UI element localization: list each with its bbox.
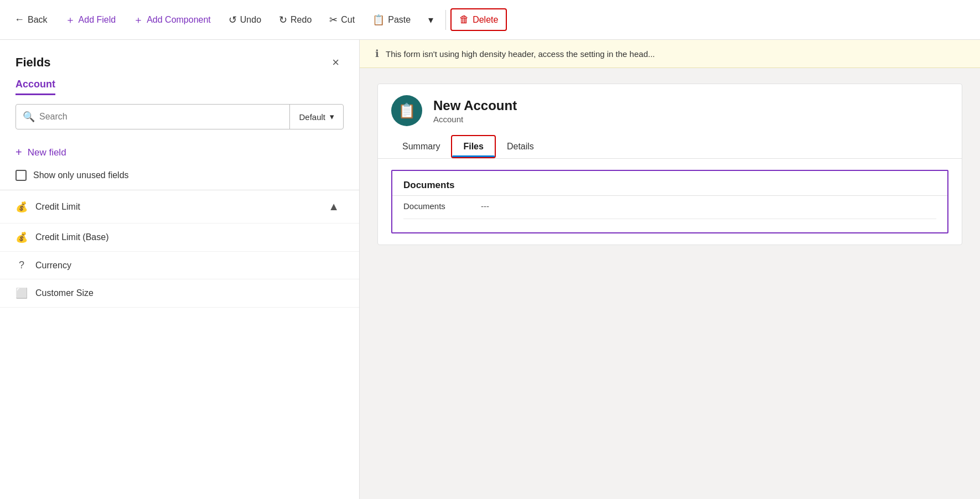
undo-icon: ↺ (229, 14, 237, 26)
unused-fields-label: Show only unused fields (33, 170, 129, 180)
new-field-button[interactable]: + New field (0, 141, 359, 164)
field-item[interactable]: ⬜ Customer Size (0, 279, 359, 308)
undo-button[interactable]: ↺ Undo (221, 9, 269, 30)
documents-title: Documents (392, 171, 947, 195)
cut-label: Cut (341, 15, 355, 25)
scroll-up-button[interactable]: ▲ (324, 198, 344, 215)
info-banner: ℹ This form isn't using high density hea… (360, 40, 980, 68)
field-item[interactable]: ? Currency (0, 252, 359, 279)
field-item[interactable]: 💰 Credit Limit (Base) (0, 223, 359, 252)
form-title: New Account (433, 98, 517, 113)
back-icon: ← (14, 14, 24, 25)
field-icon-currency: ? (15, 259, 28, 271)
add-component-label: Add Component (147, 15, 211, 25)
search-container: 🔍 Default ▾ (15, 104, 344, 129)
tab-details[interactable]: Details (496, 136, 545, 157)
unused-fields-checkbox[interactable] (15, 170, 27, 181)
tab-files[interactable]: Files (451, 135, 495, 158)
close-sidebar-button[interactable]: × (328, 53, 344, 72)
delete-button[interactable]: 🗑 Delete (450, 8, 507, 31)
paste-dropdown-button[interactable]: ▾ (421, 9, 441, 30)
form-title-group: New Account Account (433, 98, 517, 124)
sidebar-header: Fields × (0, 40, 359, 79)
field-name-currency: Currency (35, 261, 71, 271)
field-item-left: 💰 Credit Limit (Base) (15, 231, 108, 243)
field-item-left: ⬜ Customer Size (15, 287, 94, 299)
add-component-icon: ＋ (133, 13, 143, 27)
tab-summary[interactable]: Summary (391, 136, 451, 157)
info-icon: ℹ (375, 48, 379, 60)
paste-button[interactable]: 📋 Paste (365, 9, 418, 30)
chevron-down-icon: ▾ (428, 14, 433, 26)
close-icon: × (332, 55, 339, 69)
toolbar-divider (445, 10, 446, 30)
banner-text: This form isn't using high density heade… (386, 49, 655, 59)
add-field-label: Add Field (79, 15, 116, 25)
search-icon: 🔍 (23, 111, 35, 123)
field-list: 💰 Credit Limit ▲ 💰 Credit Limit (Base) ?… (0, 190, 359, 499)
tab-files-label: Files (463, 142, 483, 151)
form-area: 📋 New Account Account Summary Files (360, 68, 980, 499)
toolbar: ← Back ＋ Add Field ＋ Add Component ↺ Und… (0, 0, 980, 40)
field-name-credit-limit-base: Credit Limit (Base) (35, 232, 108, 242)
main-layout: Fields × Account 🔍 Default ▾ + New field (0, 40, 980, 499)
chevron-down-icon: ▾ (330, 112, 334, 122)
field-item[interactable]: 💰 Credit Limit ▲ (0, 190, 359, 223)
new-field-label: New field (28, 147, 66, 158)
avatar-icon: 📋 (398, 102, 416, 119)
redo-icon: ↻ (279, 14, 287, 26)
doc-value: --- (481, 201, 489, 211)
add-component-button[interactable]: ＋ Add Component (126, 9, 219, 31)
add-field-icon: ＋ (65, 13, 75, 27)
search-input-wrap: 🔍 (16, 105, 289, 129)
add-field-button[interactable]: ＋ Add Field (58, 9, 124, 31)
cut-button[interactable]: ✂ Cut (322, 9, 362, 30)
doc-label: Documents (403, 201, 470, 211)
delete-label: Delete (473, 15, 498, 25)
documents-section: Documents Documents --- (391, 170, 948, 233)
undo-label: Undo (240, 15, 261, 25)
field-icon-customer-size: ⬜ (15, 287, 28, 299)
cut-icon: ✂ (329, 14, 338, 26)
field-name-customer-size: Customer Size (35, 288, 94, 298)
redo-button[interactable]: ↻ Redo (271, 9, 319, 30)
default-dropdown[interactable]: Default ▾ (290, 105, 343, 129)
field-item-left: ? Currency (15, 259, 71, 271)
tab-summary-label: Summary (402, 142, 440, 151)
plus-icon: + (15, 146, 22, 159)
avatar: 📋 (391, 95, 422, 126)
redo-label: Redo (291, 15, 312, 25)
form-card: 📋 New Account Account Summary Files (377, 84, 962, 245)
documents-row: Documents --- (392, 195, 947, 219)
field-icon-credit-limit-base: 💰 (15, 231, 28, 243)
form-header: 📋 New Account Account (378, 84, 962, 135)
right-panel: ℹ This form isn't using high density hea… (360, 40, 980, 499)
account-tab-label: Account (15, 79, 55, 95)
search-input[interactable] (39, 112, 283, 122)
sidebar-title: Fields (15, 55, 51, 70)
unused-fields-row: Show only unused fields (0, 164, 359, 190)
form-subtitle: Account (433, 115, 517, 124)
back-button[interactable]: ← Back (7, 9, 55, 30)
form-tabs: Summary Files Details (378, 135, 962, 159)
tab-details-label: Details (507, 142, 534, 151)
field-icon-credit-limit: 💰 (15, 201, 28, 213)
field-item-left: 💰 Credit Limit (15, 201, 80, 213)
dropdown-label: Default (299, 112, 325, 122)
field-name-credit-limit: Credit Limit (35, 202, 80, 212)
back-label: Back (28, 15, 48, 25)
paste-icon: 📋 (372, 14, 385, 26)
paste-label: Paste (388, 15, 411, 25)
fields-sidebar: Fields × Account 🔍 Default ▾ + New field (0, 40, 360, 499)
delete-icon: 🗑 (459, 14, 469, 25)
account-tab[interactable]: Account (0, 79, 359, 95)
